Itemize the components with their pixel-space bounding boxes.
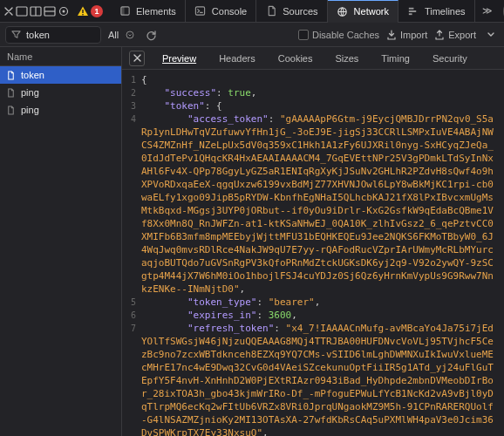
detail-tab-timing[interactable]: Timing — [376, 51, 415, 66]
svg-point-6 — [63, 10, 65, 12]
export-icon — [434, 30, 445, 40]
request-list: Name tokenpingping — [0, 47, 122, 436]
panel-tab-label: Sources — [283, 6, 317, 17]
request-list-header[interactable]: Name — [0, 47, 121, 66]
error-badge[interactable]: 1 — [91, 2, 103, 21]
document-icon — [5, 70, 16, 80]
layout-split-h-icon[interactable] — [30, 2, 42, 21]
request-item-label: token — [21, 70, 44, 80]
elements-icon — [119, 5, 131, 17]
request-item-ping[interactable]: ping — [0, 101, 121, 119]
svg-rect-11 — [196, 7, 205, 15]
svg-rect-10 — [120, 7, 124, 15]
panel-tab-console[interactable]: Console — [186, 0, 256, 23]
svg-rect-0 — [17, 7, 27, 16]
line-number: 7 — [122, 322, 141, 436]
response-preview-json[interactable]: 1{2 "success": true,3 "token": {4 "acces… — [122, 70, 504, 436]
line-number: 1 — [122, 73, 141, 86]
close-detail-button[interactable] — [129, 51, 145, 66]
network-main: Name tokenpingping PreviewHeadersCookies… — [0, 47, 504, 436]
export-button[interactable]: Export — [434, 30, 476, 40]
panel-tab-network[interactable]: Network — [328, 0, 398, 23]
checkbox-box — [298, 30, 309, 40]
filter-more-icon[interactable] — [483, 25, 499, 44]
panel-tab-sources[interactable]: Sources — [256, 0, 327, 23]
window-tabbar: 1 ElementsConsoleSourcesNetworkTimelines… — [0, 0, 504, 23]
panel-tab-label: Elements — [136, 6, 176, 17]
line-number: 6 — [122, 309, 141, 322]
url-filter-input[interactable] — [26, 30, 95, 40]
line-number: 4 — [122, 112, 141, 296]
import-button[interactable]: Import — [386, 30, 427, 40]
detail-tab-sizes[interactable]: Sizes — [330, 51, 364, 66]
disable-caches-label: Disable Caches — [312, 30, 379, 40]
svg-rect-15 — [409, 13, 412, 15]
detail-tab-cookies[interactable]: Cookies — [273, 51, 318, 66]
sources-icon — [265, 5, 277, 17]
console-icon — [194, 5, 207, 17]
more-tabs-button[interactable]: ≫ — [477, 5, 498, 17]
panel-tab-label: Timelines — [425, 6, 466, 17]
filter-icon — [11, 30, 21, 39]
close-tab-button[interactable] — [3, 2, 14, 21]
request-item-token[interactable]: token — [0, 66, 121, 84]
request-item-label: ping — [21, 105, 39, 115]
url-filter-field[interactable] — [5, 26, 101, 44]
svg-rect-14 — [409, 10, 416, 12]
panel-tabs: ElementsConsoleSourcesNetworkTimelines — [110, 0, 475, 23]
json-line: 1{ — [122, 73, 504, 86]
svg-rect-8 — [82, 14, 83, 15]
json-line: 4 "access_token": "gAAAAApP6Gtm-j9EycjQM… — [122, 112, 504, 296]
panel-tab-elements[interactable]: Elements — [110, 0, 186, 23]
document-icon — [5, 105, 16, 115]
svg-point-18 — [126, 31, 133, 38]
detail-tab-headers[interactable]: Headers — [214, 51, 261, 66]
document-icon — [5, 87, 16, 98]
filter-all-pill[interactable]: All — [108, 30, 119, 40]
clear-requests-icon[interactable] — [145, 29, 157, 41]
line-number: 2 — [122, 86, 141, 99]
layout-split-v-icon[interactable] — [44, 2, 56, 21]
svg-rect-13 — [409, 8, 414, 10]
json-line: 3 "token": { — [122, 99, 504, 112]
detail-tabs: PreviewHeadersCookiesSizesTimingSecurity — [122, 47, 504, 70]
panel-tab-label: Console — [212, 6, 247, 17]
line-number: 3 — [122, 99, 141, 112]
panel-tab-timelines[interactable]: Timelines — [398, 0, 475, 23]
json-line: 5 "token_type": "bearer", — [122, 296, 504, 309]
line-number: 5 — [122, 296, 141, 309]
target-icon[interactable] — [58, 2, 70, 21]
filter-dropdown-icon[interactable] — [126, 31, 134, 39]
panel-tab-label: Network — [354, 6, 389, 17]
json-line: 7 "refresh_token": "x4_7!IAAAACnMufg-avM… — [122, 322, 504, 436]
network-icon — [337, 5, 349, 17]
detail-tab-security[interactable]: Security — [427, 51, 473, 66]
svg-rect-7 — [82, 10, 83, 13]
detail-tab-preview[interactable]: Preview — [157, 51, 201, 66]
request-item-label: ping — [21, 87, 39, 98]
import-icon — [386, 30, 397, 40]
json-line: 2 "success": true, — [122, 86, 504, 99]
warning-icon[interactable] — [77, 2, 89, 21]
request-item-ping[interactable]: ping — [0, 84, 121, 101]
json-line: 6 "expires_in": 3600, — [122, 309, 504, 322]
error-count: 1 — [94, 7, 99, 16]
request-detail: PreviewHeadersCookiesSizesTimingSecurity… — [122, 47, 504, 436]
disable-caches-checkbox[interactable]: Disable Caches — [298, 30, 379, 40]
layout-single-icon[interactable] — [16, 2, 28, 21]
timelines-icon — [407, 5, 419, 17]
network-filterbar: All Disable Caches Import Export — [0, 23, 504, 47]
